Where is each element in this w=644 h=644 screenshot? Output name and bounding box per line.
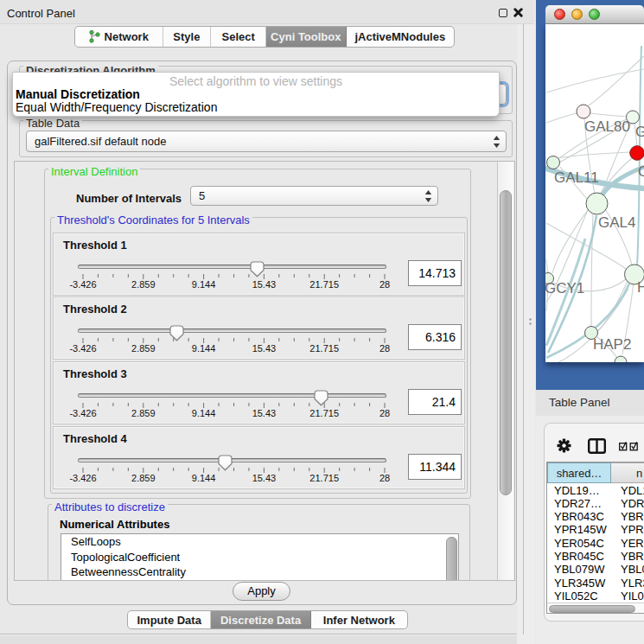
svg-text:GAL11: GAL11 bbox=[554, 169, 599, 186]
svg-text:C: C bbox=[638, 163, 644, 180]
svg-text:GAL80: GAL80 bbox=[584, 118, 630, 135]
svg-text:G.: G. bbox=[635, 124, 644, 140]
svg-text:GCY1: GCY1 bbox=[545, 280, 584, 296]
svg-text:GAL4: GAL4 bbox=[598, 214, 635, 231]
svg-text:H: H bbox=[637, 279, 644, 296]
svg-text:HAP2: HAP2 bbox=[593, 336, 631, 353]
